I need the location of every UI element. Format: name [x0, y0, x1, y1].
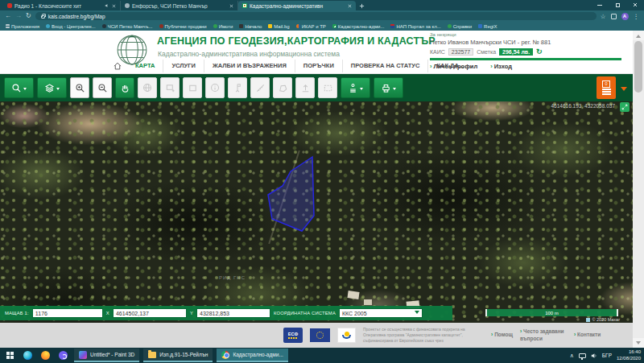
nav-tab-how-to[interactable]: КАК ДА... — [427, 60, 472, 72]
bookmark-star-icon[interactable]: ☆ — [601, 13, 606, 20]
tab-close-icon[interactable] — [112, 4, 116, 8]
nav-tab-orders[interactable]: ПОРЪЧКИ — [295, 60, 342, 72]
browser-menu-icon[interactable]: ⋮ — [634, 13, 640, 20]
tab-bar: Радио 1 - Класическите хит Енфорсър, ЧСИ… — [0, 0, 644, 10]
zoom-extent-button[interactable] — [160, 77, 180, 98]
print-tool-button[interactable] — [374, 77, 403, 98]
back-button[interactable]: ← — [5, 13, 11, 19]
taskbar-app-paint3d[interactable]: Untitled* - Paint 3D — [74, 349, 139, 362]
bookmark-item[interactable]: ИКАР и ТР — [296, 24, 326, 29]
zoom-in-button[interactable] — [70, 77, 89, 98]
bookmark-item[interactable]: Справки — [448, 24, 472, 29]
footer-link-help[interactable]: Помощ — [491, 332, 513, 338]
nav-tab-status-check[interactable]: ПРОВЕРКА НА СТАТУС — [342, 60, 428, 72]
measure-area-button[interactable] — [273, 77, 292, 98]
zoom-window-button[interactable] — [183, 77, 202, 98]
x-coordinate-input[interactable] — [113, 308, 187, 318]
address-input[interactable]: kais.cadastre.bg/bg/Map — [35, 12, 597, 20]
bookmark-item[interactable]: НАП Портал за кл... — [390, 24, 440, 29]
new-tab-button[interactable] — [356, 1, 367, 10]
zoom-out-button[interactable] — [93, 77, 112, 98]
document-icon — [478, 24, 482, 28]
edge-taskbar-icon[interactable] — [21, 349, 35, 362]
footer-link-faq[interactable]: Често задавани въпроси — [520, 328, 567, 342]
fullscreen-expand-button[interactable] — [620, 102, 630, 112]
tray-overflow-chevron[interactable]: ∧ — [570, 353, 574, 359]
logout-link[interactable]: Изход — [490, 63, 512, 70]
footer-link-contacts[interactable]: Контакти — [574, 332, 601, 338]
taskbar-app-folder[interactable]: Изп.д.91-15-Рейлън — [143, 349, 213, 362]
taskbar-clock[interactable]: 16:40 12/08/2020 — [617, 349, 641, 362]
panel-collapse-chevron[interactable] — [621, 87, 627, 94]
bookmark-apps[interactable]: Приложения — [6, 24, 39, 29]
rectangle-icon — [188, 83, 198, 93]
bookmark-item[interactable]: Кадастрално-адми... — [332, 24, 385, 29]
scrollbar-thumb[interactable] — [634, 41, 642, 93]
legend-tool-button[interactable] — [341, 77, 370, 98]
window-maximize-button[interactable] — [609, 0, 626, 10]
home-icon[interactable] — [113, 61, 122, 71]
y-coordinate-input[interactable] — [196, 308, 270, 318]
zoom-out-icon — [97, 83, 108, 93]
notifications-badge: 0 — [602, 80, 609, 88]
firefox-taskbar-icon[interactable] — [39, 349, 52, 362]
tab-radio[interactable]: Радио 1 - Класическите хит — [3, 1, 121, 10]
start-button[interactable] — [3, 349, 17, 362]
scale-input[interactable] — [32, 308, 103, 318]
globe-icon — [46, 24, 50, 28]
tab-kais-active[interactable]: Кадастрално-административн — [238, 1, 356, 10]
satellite-map-canvas[interactable]: РИД ГНС 4614616.193, 4322058.037 Мащаб 1… — [0, 101, 633, 323]
bookmark-item[interactable]: ЧСИ Петко Манчъ... — [102, 24, 153, 29]
eu-flag-logo — [310, 328, 330, 342]
scroll-down-arrow[interactable] — [633, 338, 644, 348]
crs-select[interactable]: ККС 2005 — [339, 308, 423, 318]
extension-icon[interactable] — [611, 14, 617, 19]
page-scrollbar[interactable] — [633, 31, 644, 348]
tab-close-icon[interactable] — [348, 4, 352, 8]
bookmark-item[interactable]: Mail.bg — [268, 24, 289, 29]
search-tool-button[interactable] — [4, 77, 34, 98]
nav-tab-services[interactable]: УСЛУГИ — [163, 60, 203, 72]
reload-button[interactable]: ↻ — [26, 13, 31, 19]
bookmark-item[interactable]: Имоти — [213, 24, 233, 29]
scroll-up-arrow[interactable] — [633, 31, 644, 40]
upload-tool-button[interactable] — [295, 77, 315, 98]
notifications-panel-button[interactable]: 0 — [597, 76, 616, 99]
taskbar-app-chrome-active[interactable]: Кадастрално-адми... — [217, 349, 287, 362]
pan-tool-button[interactable] — [115, 77, 134, 98]
forward-button[interactable]: → — [15, 13, 22, 19]
site-icon — [159, 24, 163, 28]
bookmark-item[interactable]: RegiX — [478, 24, 497, 29]
globe-tool-button[interactable] — [138, 77, 157, 98]
window-close-button[interactable] — [626, 0, 644, 10]
bookmark-item[interactable]: Публични продани — [159, 24, 207, 29]
keyboard-language[interactable]: БГР — [602, 353, 612, 358]
refresh-balance-icon[interactable]: ↻ — [536, 48, 543, 56]
info-tool-button[interactable] — [205, 77, 225, 98]
upload-icon — [300, 83, 311, 93]
windows-logo-icon — [6, 352, 14, 359]
window-minimize-button[interactable] — [591, 0, 609, 10]
bookmark-item[interactable]: Вход - Централен... — [46, 24, 96, 29]
select-region-button[interactable] — [318, 77, 337, 98]
profile-avatar[interactable]: А — [621, 13, 629, 20]
zoom-in-icon — [75, 83, 85, 93]
page-header: АГЕНЦИЯ ПО ГЕОДЕЗИЯ,КАРТОГРАФИЯ И КАДАСТ… — [0, 31, 633, 74]
site-icon — [102, 24, 106, 28]
eu-stars-icon — [316, 332, 324, 339]
viber-taskbar-icon[interactable] — [56, 349, 70, 362]
selected-parcel-polygon[interactable] — [0, 101, 633, 323]
measure-distance-button[interactable] — [250, 77, 270, 98]
tab-close-icon[interactable] — [229, 4, 233, 8]
network-icon[interactable] — [579, 353, 586, 358]
nav-tab-map[interactable]: КАРТА — [127, 60, 163, 72]
accessibility-link[interactable]: За незрящи — [430, 32, 621, 37]
speaker-icon[interactable] — [591, 353, 597, 359]
tab-enforcer[interactable]: Енфорсър, ЧСИ Петко Манчър — [121, 1, 238, 10]
bookmark-item[interactable]: Начало — [239, 24, 262, 29]
info-icon — [210, 83, 221, 93]
kais-label: КАИС — [430, 49, 445, 55]
nav-tab-complaints[interactable]: ЖАЛБИ И ВЪЗРАЖЕНИЯ — [204, 60, 295, 72]
layers-tool-button[interactable] — [37, 77, 67, 98]
measure-station-button[interactable] — [228, 77, 247, 98]
